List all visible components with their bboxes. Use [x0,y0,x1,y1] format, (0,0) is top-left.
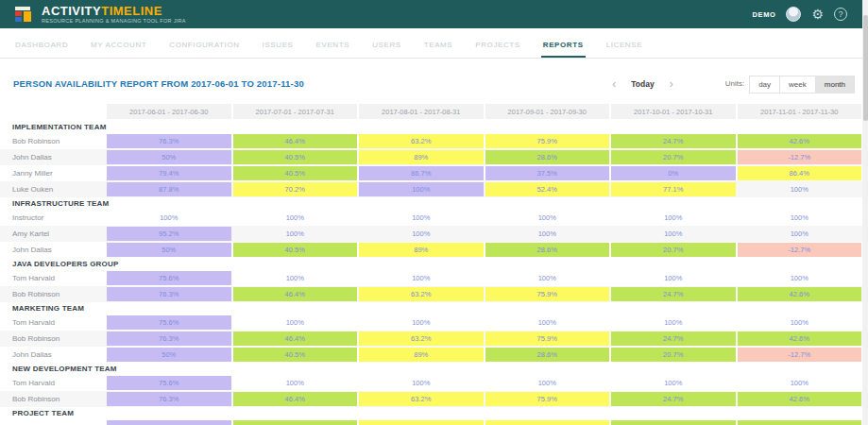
person-row: Bob Robinson76.3%46.4%63.2%75.9%24.7%42.… [0,133,862,149]
team-group-header: JAVA DEVELOPERS GROUP [0,258,862,270]
units-switcher: dayweekmonth [750,74,855,94]
availability-cell: 46.4% [233,392,358,406]
availability-cell: 100% [611,315,736,330]
person-row: Bob Robinson76.3%46.4%63.2%75.9%24.7%42.… [0,286,862,302]
person-row: Instructor100%100%100%100%100%100% [0,210,862,226]
availability-cell: 75.6% [107,376,231,390]
person-name-label: Tom Harvald [0,375,106,391]
availability-cell: 100% [738,227,862,241]
table-column-header-row: 2017-06-01 - 2017-06-302017-07-01 - 2017… [0,104,862,119]
availability-cell: -12.7% [738,243,862,257]
availability-cell: 100% [233,376,358,390]
availability-cell: 89% [359,243,484,257]
person-row: John Dallas50%40.5%89%28.6%20.7%-12.7% [0,242,862,258]
chevron-left-icon[interactable]: ‹ [612,78,616,90]
person-cells: 76.3%46.4%63.2%75.9%24.7%42.6% [106,286,862,302]
user-name-label: DEMO [753,10,776,19]
name-column-spacer [0,104,106,119]
availability-cell: 42.6% [738,287,862,301]
availability-cell: 76.3% [107,392,231,406]
availability-cell: 100% [359,315,484,330]
nav-item-projects[interactable]: PROJECTS [473,31,521,58]
column-header-date: 2017-06-01 - 2017-06-30 [107,104,231,119]
person-row: Bob Robinson76.3%46.4%63.2%75.9%24.7%42.… [0,331,862,347]
availability-cell: 100% [359,376,484,390]
help-icon[interactable]: ? [834,8,847,21]
person-cells: 50%40.5%89%28.6%20.7%-12.7% [106,347,862,363]
availability-cell: 42.6% [738,134,862,148]
today-button[interactable]: Today [631,79,654,89]
scrollbar-thumb[interactable] [863,15,868,121]
nav-item-reports[interactable]: REPORTS [541,31,586,58]
availability-cell: 100% [738,315,862,330]
nav-item-dashboard[interactable]: DASHBOARD [13,31,70,58]
page-title: PERSON AVAILABILITY REPORT FROM 2017-06-… [13,78,304,89]
person-row: Janny Miller79.4%40.5%86.7%37.5%0%86.4% [0,165,862,181]
availability-cell: 37.5% [485,166,610,180]
person-name-label: John Dallas [0,347,106,363]
availability-cell: 76.3% [107,287,231,301]
chevron-right-icon[interactable]: › [670,78,673,90]
person-row: John Dallas50%40.5%89%28.6%20.7%-12.7% [0,347,862,363]
availability-cell: -12.7% [738,150,862,164]
person-cells: 75.6%100%100%100%100%100% [106,375,862,391]
availability-cell: 77.1% [611,182,736,196]
person-cells: 50%40.5%89%28.6%20.7%-12.7% [106,242,862,258]
availability-cell: 89% [359,348,484,362]
table-body: IMPLEMENTATION TEAMBob Robinson76.3%46.4… [0,121,862,425]
availability-cell: 75.9% [485,420,610,425]
person-name-label: Tom Harvald [0,314,106,331]
person-row: Tom Harvald75.6%100%100%100%100%100% [0,314,862,331]
availability-cell: 20.7% [611,243,736,257]
availability-cell: 100% [485,315,610,330]
app-logo: ACTIVITY TIMELINE RESOURCE PLANNING & MA… [15,5,186,25]
units-button-day[interactable]: day [749,76,780,94]
availability-cell: 46.4% [233,134,358,148]
brand-name-activity: ACTIVITY [42,5,101,17]
availability-cell: 42.6% [738,392,862,406]
availability-cell: 24.7% [611,287,736,301]
nav-item-events[interactable]: EVENTS [315,31,352,58]
nav-item-license[interactable]: LICENSE [604,31,644,58]
nav-item-my-account[interactable]: MY ACCOUNT [89,31,148,58]
availability-cell: 75.6% [107,271,231,285]
person-row: Bob Robinson76.3%46.4%63.2%75.9%24.7%42.… [0,419,862,425]
availability-cell: 100% [611,227,736,241]
availability-cell: 46.4% [233,287,358,301]
availability-cell: 76.3% [107,420,231,425]
availability-cell: 100% [233,271,358,285]
person-cells: 79.4%40.5%86.7%37.5%0%86.4% [106,165,862,181]
availability-cell: 28.6% [485,150,610,164]
report-toolbar: PERSON AVAILABILITY REPORT FROM 2017-06-… [0,59,868,104]
availability-cell: 42.6% [738,420,862,425]
units-button-month[interactable]: month [815,76,855,94]
availability-cell: 28.6% [485,348,610,362]
availability-cell: 50% [107,243,231,257]
person-row: Bob Robinson76.3%46.4%63.2%75.9%24.7%42.… [0,391,862,407]
settings-gear-icon[interactable]: ⚙ [811,8,824,21]
availability-cell: 63.2% [359,287,484,301]
team-group-header: INFRASTRUCTURE TEAM [0,197,862,210]
availability-cell: 100% [233,315,358,330]
person-name-label: Janny Miller [0,165,106,181]
availability-cell: 100% [485,376,610,390]
person-name-label: Bob Robinson [0,286,106,302]
nav-item-configuration[interactable]: CONFIGURATION [167,31,241,58]
person-name-label: Luke Ouken [0,181,106,197]
person-row: Amy Kartel95.2%100%100%100%100%100% [0,226,862,242]
person-name-label: John Dallas [0,242,106,258]
units-button-week[interactable]: week [779,76,816,94]
team-group-header: PROJECT TEAM [0,407,862,419]
user-avatar[interactable] [786,7,801,22]
nav-item-users[interactable]: USERS [370,31,403,58]
top-app-bar: ACTIVITY TIMELINE RESOURCE PLANNING & MA… [0,0,868,28]
availability-cell: 40.5% [233,348,358,362]
nav-item-issues[interactable]: ISSUES [261,31,296,58]
availability-cell: 50% [107,348,231,362]
nav-item-teams[interactable]: TEAMS [422,31,455,58]
units-label: Units: [725,79,744,88]
column-header-date: 2017-08-01 - 2017-08-31 [359,104,484,119]
person-name-label: Tom Harvald [0,270,106,286]
availability-cell: 89% [359,150,484,164]
person-row: Tom Harvald75.6%100%100%100%100%100% [0,375,862,391]
